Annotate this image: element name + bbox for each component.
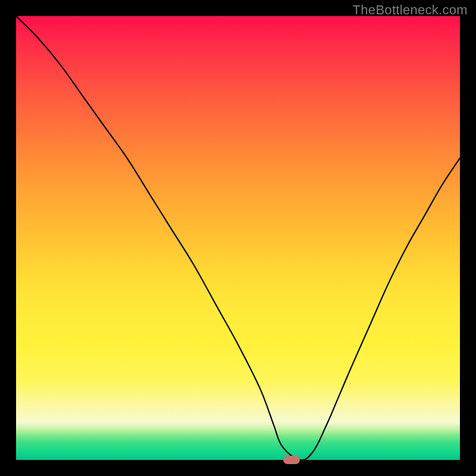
bottleneck-curve [16, 16, 460, 460]
optimum-marker [283, 456, 300, 464]
watermark-text: TheBottleneck.com [353, 2, 468, 18]
plot-area [16, 16, 460, 460]
chart-frame: TheBottleneck.com [0, 0, 476, 476]
